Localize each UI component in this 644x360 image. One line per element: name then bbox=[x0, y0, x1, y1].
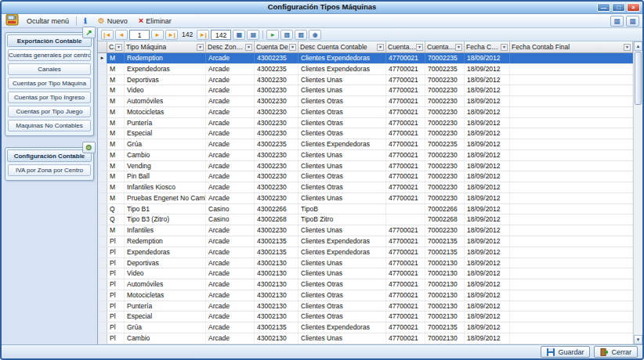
column-chooser-icon[interactable]: ▤ bbox=[247, 30, 259, 40]
cell-cen: Pl bbox=[107, 268, 125, 279]
column-header-cuenta-ha[interactable]: Cuenta Ha▾ bbox=[425, 41, 465, 52]
sidebar-item-iva-por-zona-por-centro[interactable]: IVA por Zona por Centro bbox=[8, 164, 91, 176]
sidebar-item-canales[interactable]: Canales bbox=[8, 63, 91, 75]
filter-icon[interactable]: ▾ bbox=[455, 44, 462, 51]
first-record-button[interactable]: |◄ bbox=[101, 30, 114, 40]
column-header-desc-cuenta-contable[interactable]: Desc Cuenta Contable▾ bbox=[298, 41, 386, 52]
scrollbar-thumb[interactable] bbox=[635, 52, 642, 105]
row-indicator: ► bbox=[98, 53, 107, 63]
page-number-input[interactable]: 1 bbox=[129, 30, 150, 40]
sidebar-item-cuentas-por-tipo-juego[interactable]: Cuentas por Tipo Juego bbox=[8, 106, 91, 117]
filter-icon[interactable]: ▾ bbox=[416, 44, 423, 51]
import-grid-icon[interactable]: ▨ bbox=[295, 30, 307, 40]
sidebar-item-cuentas-por-tipo-maquina[interactable]: Cuentas por Tipo Máquina bbox=[8, 77, 91, 89]
table-row[interactable]: MCambioArcade43002230Clientes Unas477000… bbox=[98, 150, 633, 161]
table-row[interactable]: MVendingArcade43002230Clientes Unas47700… bbox=[98, 161, 633, 172]
table-row[interactable]: QTipo B3 (Zitro)Casino43002268TipoB Zitr… bbox=[98, 214, 633, 225]
column-header-desc-zona-iva[interactable]: Desc Zona Iva▾ bbox=[206, 41, 255, 52]
table-row[interactable]: PlPunteríaArcade43002130Clientes Otras47… bbox=[98, 301, 633, 312]
table-row[interactable]: PlDeportivasArcade43002130Clientes Unas4… bbox=[98, 258, 633, 269]
grid-view-icon[interactable]: ▦ bbox=[233, 30, 245, 40]
filter-icon[interactable]: ▾ bbox=[624, 44, 631, 51]
cell-fecha-contab-final bbox=[510, 301, 633, 311]
info-button[interactable]: ℹ bbox=[80, 16, 91, 26]
sidebar-group-header[interactable]: Configuración Contable bbox=[7, 149, 92, 162]
cell-cuenta-iva bbox=[386, 214, 425, 225]
cell-cuenta-de: 43002230 bbox=[255, 171, 298, 182]
sidebar-item-maquinas-no-contables[interactable]: Maquinas No Contables bbox=[8, 120, 91, 131]
scroll-down-icon[interactable]: ▼ bbox=[634, 335, 642, 344]
table-row[interactable]: MPin BallArcade43002230Clientes Otras477… bbox=[98, 171, 633, 182]
vertical-scrollbar[interactable]: ▲ ▼ bbox=[633, 41, 642, 344]
table-row[interactable]: PlAutomóvilesArcade43002130Clientes Otra… bbox=[98, 279, 633, 290]
cell-tipo-maquina: Grúa bbox=[125, 322, 206, 333]
filter-icon[interactable]: ▾ bbox=[115, 44, 122, 51]
window-layout-icon-2[interactable]: ▦ bbox=[626, 16, 639, 27]
goto-row-button[interactable]: ►| bbox=[197, 30, 209, 40]
last-record-button[interactable]: ►| bbox=[165, 30, 178, 40]
scroll-up-icon[interactable]: ▲ bbox=[634, 41, 642, 51]
column-header-cen[interactable]: Cen▾ bbox=[107, 41, 125, 52]
column-header-tipo-maquina[interactable]: Tipo Máquina▾ bbox=[125, 41, 206, 52]
sidebar-item-cuentas-por-tipo-ingreso[interactable]: Cuentas por Tipo Ingreso bbox=[8, 92, 91, 103]
filter-icon[interactable]: ▾ bbox=[197, 44, 204, 51]
table-row[interactable]: PlVideoArcade43002130Clientes Unas477000… bbox=[98, 268, 633, 279]
minimize-button[interactable]: — bbox=[597, 3, 610, 12]
table-row[interactable]: PlExpendedorasArcade43002135Clientes Exp… bbox=[98, 247, 633, 258]
table-row[interactable]: PlRedemptionArcade43002135Clientes Expen… bbox=[98, 236, 633, 247]
filter-icon[interactable]: ▾ bbox=[501, 44, 508, 51]
hide-menu-button[interactable]: Ocultar menú bbox=[23, 16, 73, 26]
maximize-button[interactable]: □ bbox=[612, 3, 625, 12]
table-row[interactable]: MGrúaArcade43002235Clientes Expendedoras… bbox=[98, 139, 633, 150]
table-row[interactable]: PlEspecialArcade43002130Clientes Otras47… bbox=[98, 311, 633, 322]
table-row[interactable]: PlMotocicletasArcade43002130Clientes Otr… bbox=[98, 290, 633, 301]
window-layout-icon-1[interactable]: ▦ bbox=[610, 16, 624, 27]
titlebar[interactable]: Configuración Tipos Máquinas — □ × bbox=[2, 2, 642, 14]
table-row[interactable]: MInfantilesArcade43002230Clientes Unas47… bbox=[98, 225, 633, 236]
delete-icon: × bbox=[139, 17, 143, 24]
run-filter-icon[interactable]: ► bbox=[266, 30, 279, 40]
close-button[interactable]: Cerrar bbox=[594, 346, 638, 358]
cell-fecha-contab-final bbox=[510, 247, 633, 257]
table-row[interactable]: MEspecialArcade43002230Clientes Otras477… bbox=[98, 128, 633, 139]
search-icon[interactable]: ◉ bbox=[309, 30, 321, 40]
cell-cuenta-iva: 47700021 bbox=[386, 268, 425, 279]
column-header-fecha-contab-final[interactable]: Fecha Contab Final▾ bbox=[510, 41, 633, 52]
table-row[interactable]: MDeportivasArcade43002230Clientes Unas47… bbox=[98, 75, 633, 86]
save-button[interactable]: Guardar bbox=[541, 346, 590, 358]
table-row[interactable]: QTipo B1Casino43002266TipoB7000226618/09… bbox=[98, 204, 633, 215]
table-row[interactable]: MPunteríaArcade43002230Clientes Otras477… bbox=[98, 118, 633, 129]
sidebar-item-cuentas-generales-por-centro[interactable]: Cuentas generales por centro bbox=[8, 49, 91, 61]
filter-icon[interactable]: ▾ bbox=[289, 44, 296, 51]
table-row[interactable]: PlGrúaArcade43002135Clientes Expendedora… bbox=[98, 322, 633, 333]
table-row[interactable]: PlCambioArcade43002130Clientes Unas47700… bbox=[98, 333, 633, 344]
filter-icon[interactable]: ▾ bbox=[245, 44, 252, 51]
cell-cuenta-de: 43002130 bbox=[255, 333, 298, 344]
cell-cuenta-de: 43002230 bbox=[255, 118, 298, 128]
scrollbar-track[interactable] bbox=[634, 106, 642, 335]
row-indicator bbox=[98, 118, 107, 128]
delete-button[interactable]: × Eliminar bbox=[135, 16, 175, 26]
row-indicator bbox=[98, 171, 107, 182]
table-row[interactable]: MAutomóvilesArcade43002230Clientes Otras… bbox=[98, 96, 633, 107]
new-button[interactable]: ⚙ Nuevo bbox=[94, 16, 132, 26]
prev-record-button[interactable]: ◄ bbox=[115, 30, 128, 40]
next-record-button[interactable]: ► bbox=[151, 30, 164, 40]
table-row[interactable]: ►MRedemptionArcade43002235Clientes Expen… bbox=[98, 53, 633, 64]
close-window-button[interactable]: × bbox=[627, 3, 640, 12]
cell-desc-zona-iva: Arcade bbox=[206, 301, 255, 311]
column-header-fecha-contab-i[interactable]: Fecha Contab I▾ bbox=[465, 41, 510, 52]
table-row[interactable]: MMotocicletasArcade43002230Clientes Otra… bbox=[98, 107, 633, 118]
table-row[interactable]: MPruebas Engenet No CambioArcade43002230… bbox=[98, 193, 633, 204]
toolbar: Ocultar menú ℹ ⚙ Nuevo × Eliminar ▦ ▦ bbox=[2, 14, 642, 28]
column-header-cuenta-iva[interactable]: Cuenta IVA▾ bbox=[386, 41, 425, 52]
table-row[interactable]: MInfantiles KioscoArcade43002230Clientes… bbox=[98, 182, 633, 193]
sidebar-group-header[interactable]: Exportación Contable bbox=[7, 34, 92, 47]
table-row[interactable]: MVideoArcade43002230Clientes Unas4770002… bbox=[98, 85, 633, 96]
row-number-input[interactable]: 142 bbox=[211, 30, 231, 40]
filter-icon[interactable]: ▾ bbox=[377, 44, 384, 51]
column-header-cuenta-de[interactable]: Cuenta De▾ bbox=[255, 41, 298, 52]
table-row[interactable]: MExpendedorasArcade43002235Clientes Expe… bbox=[98, 64, 633, 75]
row-indicator bbox=[98, 193, 107, 203]
export-grid-icon[interactable]: ▧ bbox=[280, 30, 293, 40]
